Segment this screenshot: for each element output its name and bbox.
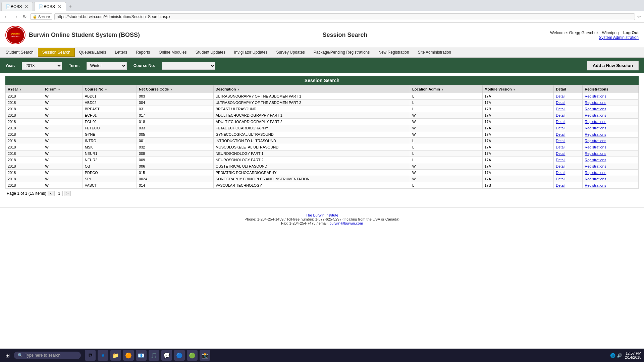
cell-rterm: W (43, 131, 83, 138)
cell-rterm: W (43, 119, 83, 125)
nav-new-registration[interactable]: New Registration (374, 48, 413, 57)
nav-package-pending[interactable]: Package/Pending Registrations (309, 48, 374, 57)
cell-detail[interactable]: Detail (554, 131, 583, 138)
cell-detail[interactable]: Detail (554, 163, 583, 170)
year-select[interactable]: 2018 2017 2016 2019 (22, 62, 62, 70)
course-no-select[interactable] (162, 62, 215, 70)
cell-registrations[interactable]: Registrations (583, 125, 639, 131)
cell-rterm: W (43, 170, 83, 176)
cell-net-course-code: 001 (137, 138, 214, 144)
cell-module-version: 17B (482, 182, 554, 189)
col-description[interactable]: Description ▼ (213, 85, 410, 93)
bookmark-icon[interactable]: ☆ (637, 14, 641, 19)
add-session-button[interactable]: Add a New Session (587, 61, 639, 70)
nav-online-modules[interactable]: Online Modules (154, 48, 191, 57)
col-module-version[interactable]: Module Version ▼ (482, 85, 554, 93)
table-row: 2018 W FETECO 033 FETAL ECHOCARDIOGRAPHY… (6, 125, 639, 131)
refresh-button[interactable]: ↻ (21, 13, 28, 20)
cell-description: SONOGRAPHY PRINCIPLES AND INSTRUMENTATIO… (213, 176, 410, 182)
col-registrations: Registrations (583, 85, 639, 93)
cell-registrations[interactable]: Registrations (583, 138, 639, 144)
institute-link[interactable]: The Burwin Institute (306, 213, 338, 217)
next-page-button[interactable]: > (64, 191, 71, 196)
welcome-label: Welcome: (550, 31, 568, 35)
cell-description: ADULT ECHOCARDIOGRAPHY PART 1 (213, 112, 410, 119)
tab-close-2[interactable]: ✕ (58, 4, 62, 9)
nav-invigilator-updates[interactable]: Invigilator Updates (230, 48, 272, 57)
nav-reports[interactable]: Reports (131, 48, 154, 57)
cell-registrations[interactable]: Registrations (583, 106, 639, 112)
url-bar[interactable] (54, 13, 635, 20)
page-number-1[interactable]: 1 (56, 191, 63, 196)
session-table: RYear ▼ RTerm ▼ Course No ▼ Net Course C… (5, 85, 639, 189)
nav-student-updates[interactable]: Student Updates (191, 48, 230, 57)
cell-detail[interactable]: Detail (554, 106, 583, 112)
cell-registrations[interactable]: Registrations (583, 182, 639, 189)
nav-session-search[interactable]: Session Search (38, 48, 75, 57)
nav-letters[interactable]: Letters (111, 48, 132, 57)
cell-net-course-code: 008 (137, 150, 214, 157)
cell-registrations[interactable]: Registrations (583, 100, 639, 106)
browser-tab-1[interactable]: 📄 BOSS ✕ (1, 2, 33, 11)
term-label: Term: (69, 63, 79, 68)
cell-detail[interactable]: Detail (554, 138, 583, 144)
cell-registrations[interactable]: Registrations (583, 112, 639, 119)
footer-email[interactable]: burwin@burwin.com (329, 221, 363, 225)
cell-ryear: 2018 (6, 119, 43, 125)
cell-location-admin: W (410, 119, 482, 125)
cell-net-course-code: 002A (137, 176, 214, 182)
forward-button[interactable]: → (12, 13, 19, 20)
table-row: 2018 W SPI 002A SONOGRAPHY PRINCIPLES AN… (6, 176, 639, 182)
cell-detail[interactable]: Detail (554, 182, 583, 189)
cell-detail[interactable]: Detail (554, 150, 583, 157)
tab-close-1[interactable]: ✕ (24, 4, 29, 9)
nav-queues-labels[interactable]: Queues/Labels (75, 48, 111, 57)
cell-detail[interactable]: Detail (554, 125, 583, 131)
sys-admin-link[interactable]: System Administration (599, 35, 639, 40)
logout-link[interactable]: Log Out (623, 31, 639, 35)
term-select[interactable]: Winter Fall Spring Summer (87, 62, 127, 70)
cell-module-version: 17A (482, 119, 554, 125)
cell-ryear: 2018 (6, 106, 43, 112)
cell-registrations[interactable]: Registrations (583, 131, 639, 138)
cell-registrations[interactable]: Registrations (583, 157, 639, 163)
cell-ryear: 2018 (6, 144, 43, 150)
col-net-course-code[interactable]: Net Course Code ▼ (137, 85, 214, 93)
cell-description: NEUROSONOLOGY PART 2 (213, 157, 410, 163)
col-ryear[interactable]: RYear ▼ (6, 85, 43, 93)
col-location-admin[interactable]: Location Admin ▼ (410, 85, 482, 93)
table-row: 2018 W BREAST 031 BREAST ULTRASOUND L 17… (6, 106, 639, 112)
cell-detail[interactable]: Detail (554, 176, 583, 182)
cell-detail[interactable]: Detail (554, 100, 583, 106)
cell-registrations[interactable]: Registrations (583, 93, 639, 100)
cell-registrations[interactable]: Registrations (583, 144, 639, 150)
col-rterm[interactable]: RTerm ▼ (43, 85, 83, 93)
logo-area: BURWIN INSTITUTE Burwin Online Student S… (5, 26, 140, 44)
cell-registrations[interactable]: Registrations (583, 176, 639, 182)
cell-detail[interactable]: Detail (554, 119, 583, 125)
nav-site-administration[interactable]: Site Administration (414, 48, 455, 57)
pagination-text: Page 1 of 1 (15 items) (7, 191, 46, 196)
browser-tab-2[interactable]: 📄 BOSS ✕ (34, 2, 66, 11)
cell-course-no: BREAST (83, 106, 137, 112)
cell-detail[interactable]: Detail (554, 93, 583, 100)
cell-location-admin: L (410, 138, 482, 144)
pagination: Page 1 of 1 (15 items) < 1 > (5, 189, 639, 198)
new-tab-button[interactable]: + (66, 2, 74, 11)
back-button[interactable]: ← (3, 13, 10, 20)
logo: BURWIN INSTITUTE (5, 26, 25, 44)
cell-registrations[interactable]: Registrations (583, 119, 639, 125)
user-location: Winnipeg (602, 31, 619, 35)
cell-registrations[interactable]: Registrations (583, 150, 639, 157)
cell-detail[interactable]: Detail (554, 157, 583, 163)
cell-detail[interactable]: Detail (554, 144, 583, 150)
cell-detail[interactable]: Detail (554, 170, 583, 176)
secure-badge: 🔒 Secure (30, 13, 52, 20)
cell-detail[interactable]: Detail (554, 112, 583, 119)
prev-page-button[interactable]: < (48, 191, 54, 196)
cell-registrations[interactable]: Registrations (583, 163, 639, 170)
col-course-no[interactable]: Course No ▼ (83, 85, 137, 93)
cell-registrations[interactable]: Registrations (583, 170, 639, 176)
nav-survey-updates[interactable]: Survey Updates (272, 48, 309, 57)
nav-student-search[interactable]: Student Search (1, 48, 38, 57)
